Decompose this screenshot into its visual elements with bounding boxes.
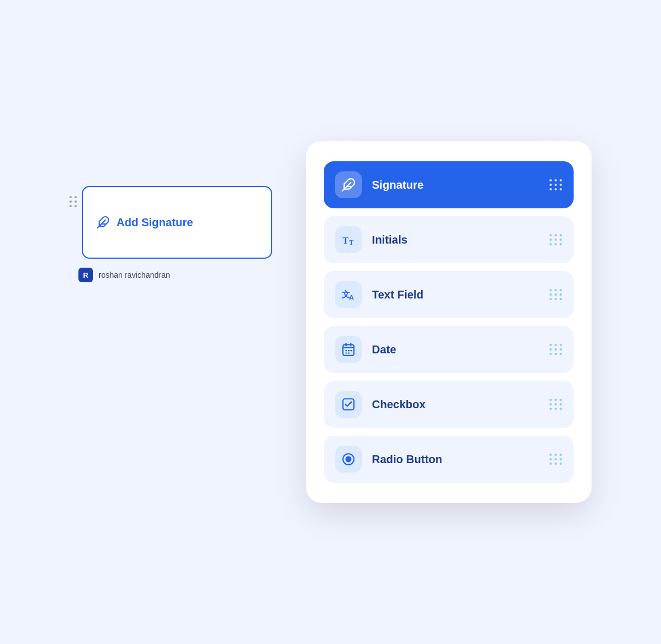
drag-handle-checkbox[interactable] xyxy=(550,399,562,410)
radio-icon-wrap xyxy=(335,446,362,473)
svg-rect-16 xyxy=(348,352,350,353)
menu-item-initials[interactable]: T T Initials xyxy=(324,216,574,263)
right-panel: Signature T T Initials xyxy=(306,141,592,503)
drag-handle-initials[interactable] xyxy=(550,234,562,245)
drag-dot xyxy=(69,196,72,198)
avatar: R xyxy=(78,268,93,282)
svg-text:T: T xyxy=(349,239,353,246)
svg-point-19 xyxy=(346,456,352,463)
left-panel: Add Signature R roshan ravichandran xyxy=(69,186,272,282)
drag-dot xyxy=(69,200,72,203)
text-field-icon-wrap: 文 A xyxy=(335,281,362,308)
radio-button-label: Radio Button xyxy=(372,453,550,466)
feather-icon xyxy=(96,216,110,229)
drag-handle-text-field[interactable] xyxy=(550,289,562,300)
drag-dot xyxy=(75,205,77,207)
svg-rect-8 xyxy=(343,344,354,356)
menu-item-text-field[interactable]: 文 A Text Field xyxy=(324,271,574,318)
initials-icon-wrap: T T xyxy=(335,226,362,253)
add-signature-card[interactable]: Add Signature xyxy=(82,186,272,259)
checkbox-icon-wrap xyxy=(335,391,362,418)
text-size-icon: T T xyxy=(341,232,356,248)
drag-handle-signature[interactable] xyxy=(550,179,562,190)
svg-rect-13 xyxy=(348,350,350,351)
initials-label: Initials xyxy=(372,234,550,246)
signature-card-wrapper: Add Signature xyxy=(69,186,272,259)
radio-icon xyxy=(341,452,356,466)
text-field-label: Text Field xyxy=(372,288,550,301)
add-signature-label: Add Signature xyxy=(117,216,193,229)
user-name: roshan ravichandran xyxy=(99,270,170,279)
menu-item-date[interactable]: Date xyxy=(324,326,574,373)
signature-icon-wrap xyxy=(335,171,362,198)
svg-text:A: A xyxy=(349,293,354,301)
calendar-icon xyxy=(341,342,356,357)
menu-item-radio-button[interactable]: Radio Button xyxy=(324,436,574,483)
drag-dot xyxy=(75,200,77,203)
checkbox-label: Checkbox xyxy=(372,398,550,411)
svg-text:T: T xyxy=(343,235,349,246)
svg-rect-12 xyxy=(346,350,347,351)
feather-icon xyxy=(341,178,356,192)
menu-item-signature[interactable]: Signature xyxy=(324,161,574,208)
menu-item-checkbox[interactable]: Checkbox xyxy=(324,381,574,428)
svg-rect-14 xyxy=(350,350,352,351)
signature-label: Signature xyxy=(372,179,550,192)
drag-handle-radio-button[interactable] xyxy=(550,454,562,465)
checkbox-icon xyxy=(341,397,356,412)
drag-handle-date[interactable] xyxy=(550,344,562,355)
translate-icon: 文 A xyxy=(341,287,356,302)
scene: Add Signature R roshan ravichandran Sign… xyxy=(69,141,592,503)
date-label: Date xyxy=(372,343,550,356)
svg-rect-15 xyxy=(346,352,347,353)
drag-dot xyxy=(69,205,72,207)
outer-drag-handle[interactable] xyxy=(69,186,77,207)
drag-dot xyxy=(75,196,77,198)
user-info: R roshan ravichandran xyxy=(78,268,170,282)
date-icon-wrap xyxy=(335,336,362,363)
